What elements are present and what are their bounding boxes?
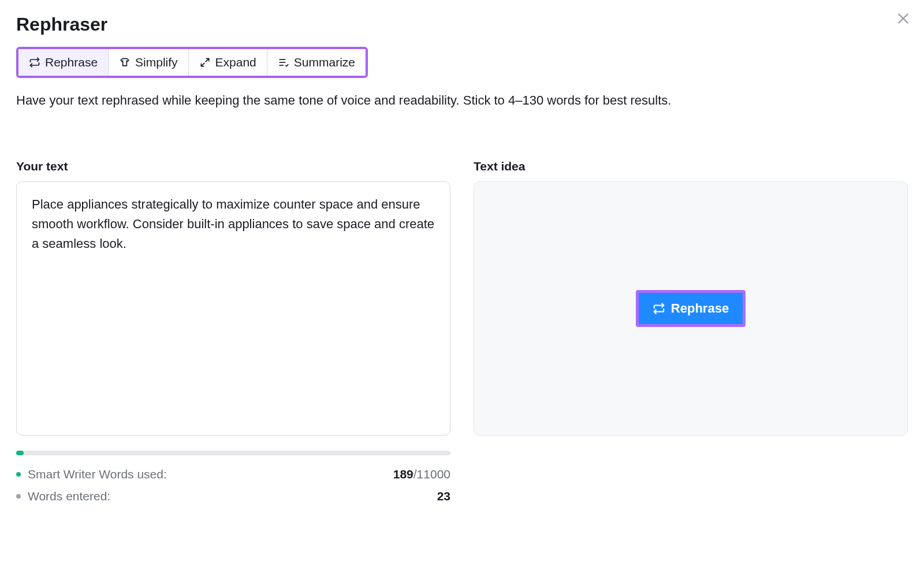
close-button[interactable] [895, 10, 911, 29]
rephrase-button[interactable]: Rephrase [639, 293, 743, 324]
svg-line-2 [205, 58, 208, 62]
mode-description: Have your text rephrased while keeping t… [16, 91, 825, 110]
rephrase-button-highlight: Rephrase [636, 290, 746, 327]
dot-green-icon [16, 472, 21, 477]
stat-value: 189/11000 [393, 463, 450, 485]
tab-expand[interactable]: Expand [189, 49, 267, 76]
your-text-input[interactable] [16, 181, 450, 436]
page-title: Rephraser [16, 14, 908, 35]
tab-label: Simplify [135, 55, 178, 69]
words-progress-bar [16, 451, 450, 455]
tab-label: Expand [215, 55, 256, 69]
expand-icon [199, 57, 211, 68]
stat-words-used: Smart Writer Words used: 189/11000 [16, 463, 450, 485]
stat-label: Words entered: [28, 485, 437, 507]
stat-words-entered: Words entered: 23 [16, 485, 450, 507]
repeat-icon [29, 57, 40, 68]
shirt-icon [119, 57, 131, 68]
your-text-pane: Your text Smart Writer Words used: 189/1… [16, 159, 450, 507]
dot-grey-icon [16, 494, 21, 499]
text-idea-output: Rephrase [474, 181, 908, 436]
tab-label: Rephrase [45, 55, 98, 69]
your-text-title: Your text [16, 159, 450, 173]
mode-tabs: Rephrase Simplify Expand Summarize [16, 47, 368, 78]
tab-rephrase[interactable]: Rephrase [18, 49, 109, 76]
list-check-icon [278, 57, 289, 68]
tab-label: Summarize [294, 55, 355, 69]
words-progress-fill [16, 451, 24, 455]
rephrase-button-label: Rephrase [671, 301, 729, 316]
content-panes: Your text Smart Writer Words used: 189/1… [16, 159, 908, 507]
tab-simplify[interactable]: Simplify [109, 49, 189, 76]
tab-summarize[interactable]: Summarize [267, 49, 366, 76]
text-idea-pane: Text idea Rephrase [474, 159, 908, 507]
stats-block: Smart Writer Words used: 189/11000 Words… [16, 463, 450, 507]
text-idea-title: Text idea [474, 159, 908, 173]
svg-line-3 [201, 63, 204, 66]
close-icon [895, 10, 911, 27]
stat-value: 23 [437, 485, 450, 507]
repeat-icon [653, 302, 665, 315]
stat-label: Smart Writer Words used: [28, 463, 393, 485]
